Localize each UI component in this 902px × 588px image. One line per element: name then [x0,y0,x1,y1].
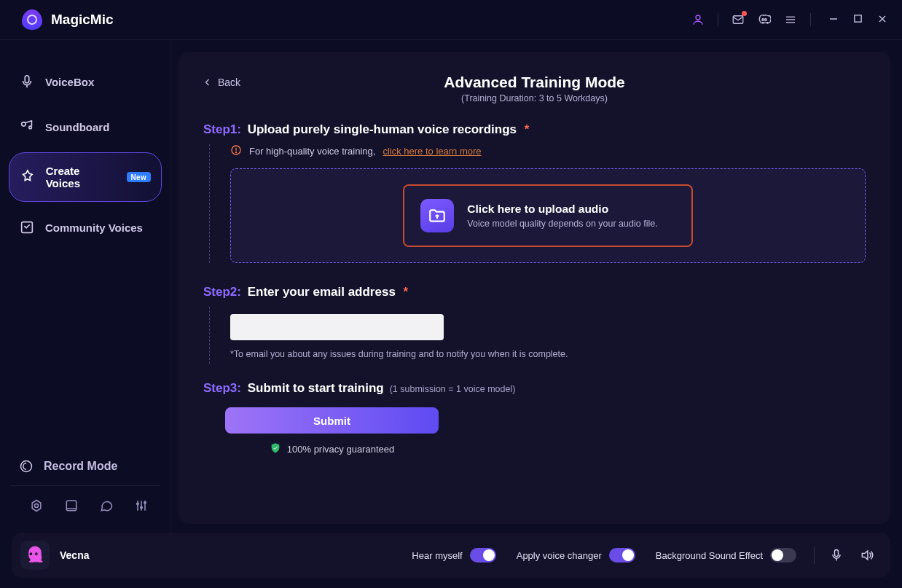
step2-label: Step2: Enter your email address * [203,285,866,299]
user-icon[interactable] [691,13,705,26]
svg-point-27 [235,152,236,152]
step3-note: (1 submission = 1 voice model) [390,384,516,394]
discord-icon[interactable] [758,13,771,26]
svg-marker-15 [32,501,41,511]
speaker-icon[interactable] [860,548,874,562]
svg-point-0 [696,15,700,20]
window-close[interactable] [877,14,887,26]
svg-rect-6 [855,15,861,22]
chat-icon[interactable] [99,498,114,514]
equalizer-icon[interactable] [134,498,149,514]
panel-icon[interactable] [64,498,79,514]
hear-myself-toggle[interactable] [470,548,496,562]
step1-tip: For high-quality voice training, click h… [230,144,866,158]
svg-point-16 [35,504,39,508]
mail-icon[interactable] [732,13,745,26]
apply-voice-label: Apply voice changer [517,550,602,561]
new-badge: New [127,172,151,182]
footer-bar: Vecna Hear myself Apply voice changer Ba… [12,533,890,578]
svg-rect-28 [835,550,839,557]
sidebar-item-label: Soundboard [45,121,109,133]
sidebar-item-voicebox[interactable]: VoiceBox [9,62,162,101]
upload-title: Click here to upload audio [467,203,608,215]
magicmic-icon [22,9,42,30]
svg-rect-9 [25,76,29,83]
back-button[interactable]: Back [203,77,240,88]
app-logo: MagicMic [22,9,114,30]
email-input[interactable] [230,314,444,340]
upload-button[interactable]: Click here to upload audio Voice model q… [403,184,692,247]
content-panel: Back Advanced Training Mode (Training Du… [179,52,890,524]
svg-point-12 [29,126,32,129]
sidebar: VoiceBox Soundboard Create Voices New Co… [0,40,171,533]
active-voice-name: Vecna [60,549,89,561]
shield-check-icon [270,442,281,456]
svg-point-14 [21,461,32,472]
page-title: Advanced Training Mode [203,74,866,91]
active-voice-avatar[interactable] [20,541,50,570]
submit-button[interactable]: Submit [225,407,439,434]
svg-point-22 [137,503,139,505]
hear-myself-label: Hear myself [412,550,462,561]
back-label: Back [218,77,240,88]
page-subtitle: (Training Duration: 3 to 5 Workdays) [203,93,866,103]
bg-sound-label: Background Sound Effect [656,550,763,561]
app-name: MagicMic [51,12,114,28]
window-maximize[interactable] [853,14,863,26]
mic-icon[interactable] [829,548,844,562]
privacy-note: 100% privacy guaranteed [225,442,439,456]
record-mode-button[interactable]: Record Mode [0,447,170,485]
step3-label: Step3: Submit to start training [203,381,384,396]
apply-voice-toggle[interactable] [609,548,635,562]
sidebar-item-label: Community Voices [45,222,143,234]
learn-more-link[interactable]: click here to learn more [383,146,481,157]
email-hint: *To email you about any issues during tr… [230,349,866,359]
upload-subtitle: Voice model quality depends on your audi… [467,219,657,229]
upload-dropzone[interactable]: Click here to upload audio Voice model q… [230,168,866,263]
bg-sound-toggle[interactable] [770,548,796,562]
sidebar-item-soundboard[interactable]: Soundboard [9,107,162,146]
sidebar-item-create-voices[interactable]: Create Voices New [9,152,162,202]
menu-icon[interactable] [784,13,797,26]
svg-point-24 [144,502,146,504]
sidebar-item-community-voices[interactable]: Community Voices [9,208,162,247]
step1-label: Step1: Upload purely single-human voice … [203,122,866,137]
record-mode-label: Record Mode [44,460,117,473]
upload-folder-icon [420,199,454,232]
sidebar-item-label: Create Voices [46,165,117,189]
titlebar: MagicMic [0,0,902,40]
svg-point-23 [141,506,143,509]
sidebar-item-label: VoiceBox [45,76,94,88]
warning-icon [230,144,242,158]
settings-icon[interactable] [29,498,44,514]
window-minimize[interactable] [828,14,839,26]
